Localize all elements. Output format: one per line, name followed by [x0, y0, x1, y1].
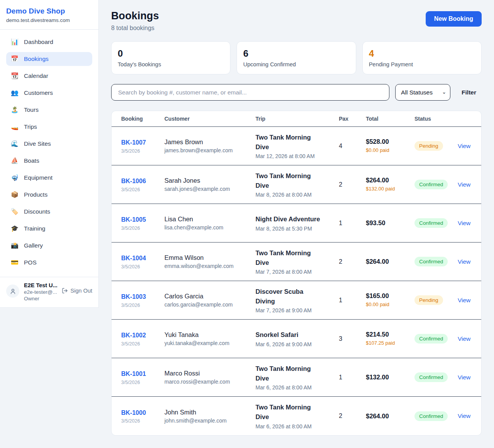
trip-name: Discover Scuba Diving — [255, 287, 322, 306]
booking-id-link[interactable]: BK-1005 — [121, 215, 151, 225]
trip-datetime: Mar 8, 2026 at 8:00 AM — [255, 192, 339, 198]
speedboat-icon: 🚤 — [11, 124, 19, 130]
booking-row: BK-10033/5/2026 Carlos Garciacarlos.garc… — [112, 281, 481, 320]
status-badge: Confirmed — [414, 218, 448, 228]
pax-count: 4 — [339, 143, 366, 150]
sidebar-item-dive-sites[interactable]: 🌊 Dive Sites — [6, 137, 92, 151]
sidebar-item-gallery[interactable]: 📸 Gallery — [6, 239, 92, 253]
customer-name: Yuki Tanaka — [164, 331, 255, 339]
trip-datetime: Mar 12, 2026 at 8:00 AM — [255, 153, 339, 159]
sidebar-item-boats[interactable]: ⛵ Boats — [6, 154, 92, 168]
booking-row: BK-10003/5/2026 John Smithjohn.smith@exa… — [112, 397, 481, 435]
view-link[interactable]: View — [458, 258, 470, 265]
sidebar-item-discounts[interactable]: 🏷️ Discounts — [6, 205, 92, 219]
dive-mask-icon: 🤿 — [11, 175, 19, 181]
sailboat-icon: ⛵ — [11, 158, 19, 164]
total-amount: $528.00 — [366, 138, 414, 145]
total-amount: $264.00 — [366, 413, 414, 420]
sidebar-item-label: Equipment — [24, 174, 52, 181]
view-link[interactable]: View — [458, 413, 470, 419]
bookings-table: Booking Customer Trip Pax Total Status B… — [111, 111, 482, 436]
column-header-status: Status — [414, 116, 458, 122]
page-header: Bookings 8 total bookings New Booking — [111, 10, 482, 32]
sidebar-item-label: Bookings — [24, 56, 49, 62]
booking-date: 3/5/2026 — [121, 148, 164, 154]
column-header-booking: Booking — [121, 116, 164, 122]
sidebar-item-label: Customers — [24, 89, 53, 96]
paid-amount: $0.00 paid — [366, 147, 398, 154]
column-header-total: Total — [366, 116, 414, 122]
sidebar-item-label: Products — [24, 191, 47, 198]
customer-name: Lisa Chen — [164, 216, 255, 223]
booking-id-link[interactable]: BK-1002 — [121, 331, 151, 340]
trip-name: Two Tank Morning Dive — [255, 403, 322, 422]
sidebar-item-equipment[interactable]: 🤿 Equipment — [6, 171, 92, 185]
column-header-pax: Pax — [339, 116, 366, 122]
pax-count: 2 — [339, 413, 366, 419]
tag-icon: 🏷️ — [11, 209, 19, 215]
person-icon — [10, 288, 16, 295]
pax-count: 1 — [339, 374, 366, 381]
trip-datetime: Mar 7, 2026 at 8:00 AM — [255, 269, 339, 275]
booking-row: BK-10043/5/2026 Emma Wilsonemma.wilson@e… — [112, 243, 481, 281]
sidebar-item-products[interactable]: 📦 Products — [6, 188, 92, 202]
view-link[interactable]: View — [458, 335, 470, 342]
logout-icon — [62, 288, 68, 294]
stat-label: Pending Payment — [369, 61, 475, 67]
sidebar-item-trips[interactable]: 🚤 Trips — [6, 120, 92, 134]
search-input[interactable] — [111, 84, 389, 101]
total-amount: $264.00 — [366, 258, 414, 265]
view-link[interactable]: View — [458, 143, 470, 150]
sign-out-label: Sign Out — [71, 288, 92, 294]
booking-row: BK-10053/5/2026 Lisa Chenlisa.chen@examp… — [112, 204, 481, 243]
trip-datetime: Mar 8, 2026 at 5:30 PM — [255, 226, 339, 232]
booking-id-link[interactable]: BK-1003 — [121, 292, 151, 302]
sidebar-item-dashboard[interactable]: 📊 Dashboard — [6, 35, 92, 49]
package-icon: 📦 — [11, 192, 19, 198]
view-link[interactable]: View — [458, 181, 470, 188]
booking-id-link[interactable]: BK-1001 — [121, 369, 151, 379]
trip-name: Two Tank Morning Dive — [255, 364, 322, 383]
sidebar-item-pos[interactable]: 💳 POS — [6, 256, 92, 269]
booking-row: BK-10023/5/2026 Yuki Tanakayuki.tanaka@e… — [112, 320, 481, 358]
stat-card-upcoming-confirmed: 6 Upcoming Confirmed — [237, 41, 356, 74]
view-link[interactable]: View — [458, 220, 470, 227]
booking-row: BK-10063/5/2026 Sarah Jonessarah.jones@e… — [112, 165, 481, 204]
status-select[interactable]: All Statuses — [395, 84, 450, 101]
customer-name: Marco Rossi — [164, 370, 255, 377]
sidebar-item-label: Tours — [24, 106, 39, 113]
booking-id-link[interactable]: BK-1007 — [121, 138, 151, 148]
view-link[interactable]: View — [458, 297, 470, 304]
avatar — [6, 285, 19, 298]
trip-name: Two Tank Morning Dive — [255, 248, 322, 268]
booking-id-link[interactable]: BK-1006 — [121, 177, 151, 186]
booking-date: 3/5/2026 — [121, 418, 164, 424]
view-link[interactable]: View — [458, 374, 470, 381]
status-badge: Confirmed — [414, 334, 448, 344]
table-header-row: Booking Customer Trip Pax Total Status — [112, 111, 481, 127]
trip-name: Snorkel Safari — [255, 330, 322, 340]
booking-date: 3/5/2026 — [121, 264, 164, 269]
total-amount: $165.00 — [366, 292, 414, 300]
sidebar-item-label: Dashboard — [24, 39, 53, 45]
paid-amount: $107.25 paid — [366, 340, 398, 347]
booking-id-link[interactable]: BK-1004 — [121, 254, 151, 263]
booking-date: 3/5/2026 — [121, 187, 164, 192]
sidebar-item-bookings[interactable]: 📅 Bookings — [6, 52, 92, 66]
new-booking-button[interactable]: New Booking — [426, 11, 482, 27]
sidebar-item-training[interactable]: 🎓 Training — [6, 222, 92, 236]
trip-name: Two Tank Morning Dive — [255, 171, 322, 190]
sign-out-button[interactable]: Sign Out — [62, 288, 92, 294]
sidebar-item-label: POS — [24, 259, 37, 266]
page-title: Bookings — [111, 10, 159, 22]
trip-datetime: Mar 6, 2026 at 8:00 AM — [255, 423, 339, 429]
filter-button[interactable]: Filter — [456, 85, 482, 100]
trip-name: Two Tank Morning Dive — [255, 133, 322, 152]
customer-email: sarah.jones@example.com — [164, 186, 255, 192]
sidebar-item-calendar[interactable]: 📆 Calendar — [6, 69, 92, 83]
stat-label: Upcoming Confirmed — [243, 61, 349, 67]
sidebar-item-customers[interactable]: 👥 Customers — [6, 86, 92, 100]
status-select-wrap: All Statuses ⌄ — [395, 84, 450, 101]
booking-id-link[interactable]: BK-1000 — [121, 408, 151, 418]
sidebar-item-tours[interactable]: 🏝️ Tours — [6, 103, 92, 117]
